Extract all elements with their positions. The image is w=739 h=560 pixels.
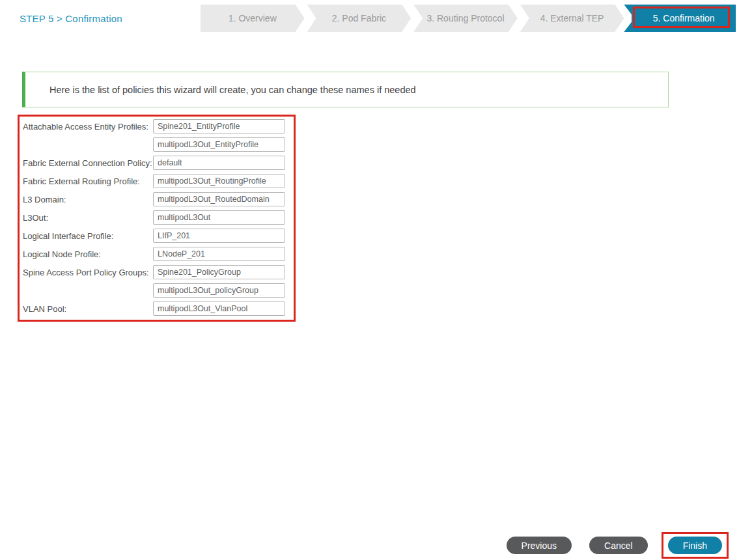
field-label: L3Out:	[23, 213, 153, 223]
form-row: Logical Node Profile:	[23, 247, 294, 261]
field-label: Attachable Access Entity Profiles:	[23, 122, 153, 132]
form-row: Fabric External Routing Profile:	[23, 174, 294, 188]
form-row: Spine Access Port Policy Groups:	[23, 265, 294, 279]
form-row: L3Out:	[23, 210, 294, 225]
field-label: Logical Node Profile:	[23, 249, 153, 259]
wizard-footer: Previous Cancel Finish	[507, 532, 729, 559]
tab-pod-fabric[interactable]: 2. Pod Fabric	[307, 5, 411, 32]
policy-form: Attachable Access Entity Profiles: Fabri…	[23, 119, 294, 316]
field-label: Fabric External Connection Policy:	[23, 158, 153, 168]
spine-access-policy-group-input-2[interactable]	[153, 283, 285, 298]
tab-confirmation-label: 5. Confirmation	[653, 13, 715, 23]
field-label: L3 Domain:	[23, 195, 153, 204]
field-label: VLAN Pool:	[23, 304, 153, 314]
tab-external-tep-label: 4. External TEP	[540, 13, 604, 23]
l3-domain-input[interactable]	[153, 192, 285, 206]
finish-button[interactable]: Finish	[668, 537, 722, 554]
form-row	[23, 283, 294, 298]
spine-access-policy-group-input-1[interactable]	[153, 265, 285, 279]
aaep-input-2[interactable]	[153, 137, 285, 152]
form-row: Logical Interface Profile:	[23, 229, 294, 243]
field-label: Fabric External Routing Profile:	[23, 176, 153, 186]
annotation-finish-button: Finish	[662, 532, 729, 559]
logical-interface-profile-input[interactable]	[153, 229, 285, 243]
notice-text: Here is the list of policies this wizard…	[49, 85, 416, 95]
notice-banner: Here is the list of policies this wizard…	[22, 72, 669, 107]
l3out-input[interactable]	[153, 210, 285, 225]
step-indicator: STEP 5 > Confirmation	[20, 5, 201, 32]
annotation-form-area: Attachable Access Entity Profiles: Fabri…	[18, 115, 296, 322]
form-row: VLAN Pool:	[23, 301, 294, 316]
vlan-pool-input[interactable]	[153, 301, 285, 316]
form-row: Attachable Access Entity Profiles:	[23, 119, 294, 133]
previous-button[interactable]: Previous	[507, 537, 572, 554]
wizard-page: STEP 5 > Confirmation 1. Overview 2. Pod…	[0, 0, 739, 560]
tab-overview-label: 1. Overview	[229, 13, 277, 23]
tab-pod-fabric-label: 2. Pod Fabric	[332, 13, 386, 23]
aaep-input-1[interactable]	[153, 119, 285, 133]
fabric-ext-routing-profile-input[interactable]	[153, 174, 285, 188]
form-row: L3 Domain:	[23, 192, 294, 206]
field-label: Logical Interface Profile:	[23, 231, 153, 241]
tab-confirmation[interactable]: 5. Confirmation	[632, 5, 736, 32]
field-label: Spine Access Port Policy Groups:	[23, 268, 153, 277]
tab-external-tep[interactable]: 4. External TEP	[520, 5, 624, 32]
form-row: Fabric External Connection Policy:	[23, 156, 294, 170]
tab-routing-protocol[interactable]: 3. Routing Protocol	[413, 5, 518, 32]
tab-overview[interactable]: 1. Overview	[201, 5, 305, 32]
wizard-steps-bar: 1. Overview 2. Pod Fabric 3. Routing Pro…	[201, 5, 736, 32]
form-row	[23, 137, 294, 152]
logical-node-profile-input[interactable]	[153, 247, 285, 261]
cancel-button[interactable]: Cancel	[589, 537, 648, 554]
fabric-ext-connection-policy-input[interactable]	[153, 156, 285, 170]
tab-routing-protocol-label: 3. Routing Protocol	[426, 13, 504, 23]
wizard-header: STEP 5 > Confirmation 1. Overview 2. Pod…	[20, 5, 736, 32]
